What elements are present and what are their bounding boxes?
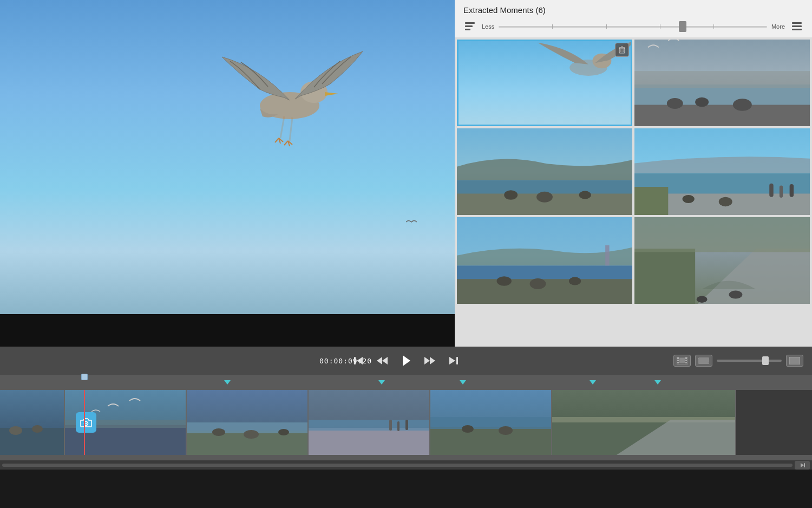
moment-thumb-3[interactable] (457, 128, 632, 215)
more-label: More (771, 23, 785, 30)
svg-rect-59 (685, 360, 687, 361)
skip-to-end-button[interactable] (446, 353, 461, 368)
svg-rect-21 (634, 71, 810, 88)
svg-rect-80 (309, 420, 429, 431)
timeline-tracks (0, 385, 812, 460)
svg-rect-57 (677, 362, 679, 363)
filmstrip-view-button[interactable] (673, 355, 691, 367)
svg-rect-7 (792, 22, 802, 24)
svg-rect-5 (465, 25, 473, 27)
timeline-clip-5[interactable] (430, 390, 552, 455)
svg-point-39 (719, 197, 732, 206)
svg-rect-34 (634, 187, 668, 215)
svg-rect-49 (634, 217, 810, 252)
video-black-bar (0, 314, 455, 347)
svg-rect-60 (685, 362, 687, 363)
svg-point-77 (278, 429, 289, 435)
playhead-line (84, 390, 85, 455)
svg-point-76 (244, 430, 259, 439)
less-label: Less (482, 23, 494, 30)
svg-point-68 (32, 425, 43, 433)
marker-3 (460, 380, 466, 385)
slider-thumb[interactable] (679, 21, 686, 32)
svg-rect-36 (780, 186, 783, 198)
svg-point-29 (536, 192, 553, 203)
seagull-bird (206, 30, 374, 171)
time-display: 00:00:09:20 (319, 357, 372, 365)
svg-rect-58 (685, 357, 687, 359)
svg-rect-79 (309, 428, 429, 455)
svg-point-87 (462, 425, 474, 433)
video-preview (0, 0, 455, 347)
timeline-clip-3[interactable] (187, 390, 309, 455)
svg-point-38 (682, 195, 694, 203)
less-icon (463, 20, 476, 33)
svg-rect-94 (804, 463, 805, 467)
svg-point-24 (733, 99, 752, 110)
svg-point-45 (530, 278, 546, 289)
svg-point-50 (697, 296, 708, 302)
right-controls (673, 355, 803, 367)
svg-point-44 (497, 276, 512, 285)
rewind-button[interactable] (375, 353, 390, 368)
fast-forward-button[interactable] (422, 353, 437, 368)
svg-rect-48 (634, 249, 695, 304)
fit-view-button[interactable] (786, 355, 803, 367)
svg-line-3 (290, 118, 292, 141)
zoom-slider[interactable] (717, 360, 782, 362)
moment-thumb-1[interactable] (457, 40, 632, 126)
svg-rect-10 (457, 40, 632, 126)
moments-grid (455, 37, 812, 347)
svg-point-75 (212, 428, 225, 436)
marker-4 (590, 380, 596, 385)
panel-header: Extracted Moments (6) (455, 0, 812, 18)
panel-title: Extracted Moments (6) (463, 5, 546, 15)
moment-thumb-4[interactable] (634, 128, 810, 215)
timeline-track (0, 390, 812, 455)
svg-rect-64 (789, 357, 800, 364)
scroll-right-button[interactable] (795, 461, 810, 470)
svg-rect-13 (619, 48, 625, 53)
svg-rect-8 (792, 25, 802, 27)
svg-rect-53 (456, 357, 458, 364)
video-frame (0, 0, 455, 314)
svg-point-67 (9, 426, 22, 435)
timeline-scrollbar (0, 460, 812, 470)
timeline-area (0, 375, 812, 470)
marker-2 (378, 380, 385, 385)
marker-5 (654, 380, 661, 385)
svg-rect-63 (699, 359, 709, 363)
scroll-track[interactable] (2, 464, 793, 467)
playhead-indicator[interactable] (81, 374, 88, 380)
zoom-thumb[interactable] (762, 356, 769, 365)
svg-point-88 (499, 426, 513, 435)
delete-moment-1-button[interactable] (615, 43, 629, 57)
svg-rect-85 (430, 427, 551, 455)
svg-rect-43 (605, 245, 609, 265)
moments-slider[interactable] (499, 21, 767, 32)
svg-rect-56 (677, 360, 679, 361)
svg-point-30 (579, 191, 591, 199)
svg-rect-19 (634, 101, 810, 126)
svg-point-46 (569, 277, 581, 285)
svg-rect-4 (465, 22, 475, 24)
slider-row: Less More (455, 18, 812, 37)
clip-view-button[interactable] (695, 355, 712, 367)
timeline-clip-4[interactable] (309, 390, 430, 455)
controls-bar: 00:00:09:20 (0, 347, 812, 375)
svg-point-23 (695, 97, 709, 107)
svg-rect-9 (792, 29, 802, 30)
svg-rect-81 (389, 420, 392, 431)
timeline-markers (0, 375, 812, 385)
svg-point-22 (667, 98, 683, 109)
moment-thumb-6[interactable] (634, 217, 810, 304)
right-panel: Extracted Moments (6) Less (455, 0, 812, 347)
svg-rect-82 (397, 421, 400, 431)
moment-thumb-2[interactable] (634, 40, 810, 126)
capture-moment-button[interactable] (76, 412, 96, 433)
play-button[interactable] (398, 353, 414, 368)
timeline-clip-6[interactable] (552, 390, 736, 455)
moment-thumb-5[interactable] (457, 217, 632, 304)
timeline-clip-1[interactable] (0, 390, 65, 455)
svg-rect-83 (405, 420, 408, 430)
